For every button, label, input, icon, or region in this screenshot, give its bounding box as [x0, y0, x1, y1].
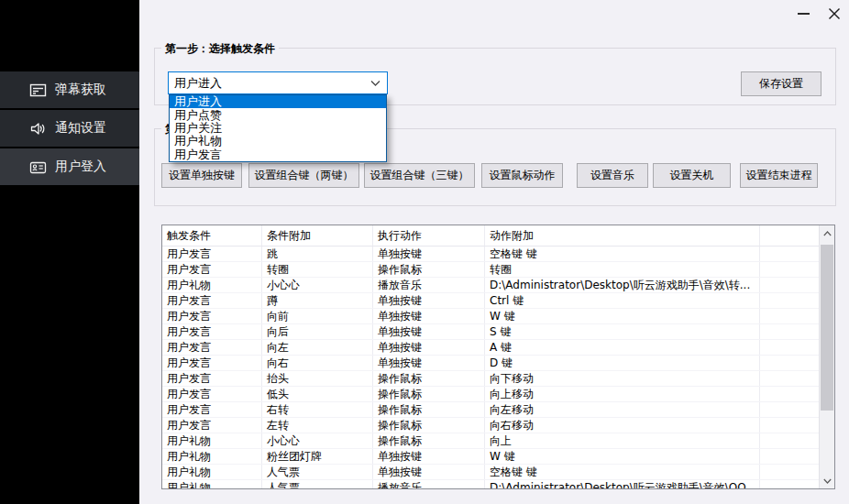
set-combo-3key-button[interactable]: 设置组合键（三键）	[364, 163, 475, 188]
table-cell: 粉丝团灯牌	[262, 449, 373, 464]
table-cell: D:\Administrator\Desktop\听云游戏助手\音效\QQ...	[485, 480, 760, 488]
table-row[interactable]: 用户发言左转操作鼠标向右移动	[162, 418, 819, 433]
table-cell: A 键	[485, 340, 760, 355]
sidebar-item-danmaku[interactable]: 弹幕获取	[0, 71, 139, 108]
table-cell: 操作鼠标	[373, 371, 485, 386]
table-cell-spacer	[760, 309, 819, 323]
table-cell: 操作鼠标	[373, 433, 485, 448]
minimize-icon	[798, 13, 810, 15]
scroll-up-button[interactable]	[820, 225, 834, 241]
table-row[interactable]: 用户发言低头操作鼠标向上移动	[162, 387, 819, 402]
dropdown-option[interactable]: 用户发言	[170, 148, 386, 161]
table-row[interactable]: 用户发言右转操作鼠标向左移动	[162, 402, 819, 418]
table-row[interactable]: 用户发言向右单独按键D 键	[162, 356, 819, 371]
table-cell: 单独按键	[373, 293, 485, 308]
table-cell: 操作鼠标	[373, 402, 485, 417]
table-cell: 向右移动	[485, 418, 760, 433]
table-cell: 单独按键	[373, 356, 485, 370]
column-header-condition-extra[interactable]: 条件附加	[262, 225, 373, 246]
table-cell: 单独按键	[373, 247, 485, 261]
table-cell: 低头	[262, 387, 373, 401]
dropdown-option[interactable]: 用户进入	[170, 95, 386, 108]
column-header-action-extra[interactable]: 动作附加	[485, 225, 760, 246]
dropdown-option[interactable]: 用户礼物	[170, 135, 386, 148]
table-cell: Ctrl 键	[485, 293, 760, 308]
table-cell: 小心心	[262, 433, 373, 448]
vertical-scrollbar[interactable]	[819, 225, 834, 488]
table-row[interactable]: 用户发言跳单独按键空格键 键	[162, 247, 819, 262]
table-row[interactable]: 用户礼物小心心操作鼠标向上	[162, 433, 819, 449]
save-settings-button[interactable]: 保存设置	[741, 71, 821, 96]
table-cell: 向右	[262, 356, 373, 370]
table-cell-spacer	[760, 278, 819, 292]
table-row[interactable]: 用户礼物人气票播放音乐D:\Administrator\Desktop\听云游戏…	[162, 480, 819, 488]
table-cell-spacer	[760, 465, 819, 479]
table-cell-spacer	[760, 262, 819, 277]
table-cell: 单独按键	[373, 465, 485, 479]
table-cell: 人气票	[262, 465, 373, 479]
table-inner: 触发条件 条件附加 执行动作 动作附加 用户发言跳单独按键空格键 键用户发言转圈…	[162, 225, 819, 488]
table-cell: 向左	[262, 340, 373, 355]
table-cell: 用户发言	[162, 356, 262, 370]
table-cell: 向左移动	[485, 402, 760, 417]
scroll-down-button[interactable]	[820, 473, 834, 488]
table-cell: 左转	[262, 418, 373, 433]
table-cell-spacer	[760, 247, 819, 261]
table-body: 用户发言跳单独按键空格键 键用户发言转圈操作鼠标转圈用户礼物小心心播放音乐D:\…	[162, 247, 819, 488]
table-cell: 用户礼物	[162, 465, 262, 479]
table-cell-spacer	[760, 340, 819, 355]
minimize-button[interactable]	[785, 0, 821, 27]
set-shutdown-button[interactable]: 设置关机	[653, 163, 731, 188]
scrollbar-thumb[interactable]	[821, 245, 833, 411]
table-row[interactable]: 用户发言向后单独按键S 键	[162, 324, 819, 340]
set-combo-2key-button[interactable]: 设置组合键（两键）	[248, 163, 359, 188]
trigger-condition-combobox[interactable]: 用户进入	[168, 71, 388, 94]
id-card-icon	[29, 159, 47, 176]
table-row[interactable]: 用户发言转圈操作鼠标转圈	[162, 262, 819, 278]
table-cell: D:\Administrator\Desktop\听云游戏助手\音效\转...	[485, 278, 760, 292]
table-row[interactable]: 用户发言抬头操作鼠标向下移动	[162, 371, 819, 387]
sidebar: 弹幕获取 通知设置 用户登入	[0, 0, 139, 504]
table-row[interactable]: 用户发言向前单独按键W 键	[162, 309, 819, 324]
table-cell: W 键	[485, 449, 760, 464]
set-single-key-button[interactable]: 设置单独按键	[161, 163, 242, 188]
table-cell-spacer	[760, 449, 819, 464]
column-header-trigger[interactable]: 触发条件	[162, 225, 262, 246]
table-cell: D 键	[485, 356, 760, 370]
column-header-action[interactable]: 执行动作	[373, 225, 485, 246]
sidebar-item-notify[interactable]: 通知设置	[0, 110, 139, 147]
table-cell: 空格键 键	[485, 465, 760, 479]
set-music-button[interactable]: 设置音乐	[577, 163, 648, 188]
dropdown-option[interactable]: 用户点赞	[170, 108, 386, 121]
table-cell: 操作鼠标	[373, 418, 485, 433]
table-row[interactable]: 用户礼物人气票单独按键空格键 键	[162, 465, 819, 480]
close-button[interactable]	[820, 0, 849, 27]
chevron-down-icon	[823, 478, 832, 484]
table-cell: 操作鼠标	[373, 387, 485, 401]
table-cell: 小心心	[262, 278, 373, 292]
table-cell: 用户发言	[162, 247, 262, 261]
dropdown-option[interactable]: 用户关注	[170, 122, 386, 135]
danmaku-list-icon	[29, 82, 47, 99]
table-row[interactable]: 用户发言蹲单独按键Ctrl 键	[162, 293, 819, 309]
sidebar-item-user-login[interactable]: 用户登入	[0, 148, 139, 185]
table-cell: W 键	[485, 309, 760, 323]
table-cell-spacer	[760, 402, 819, 417]
table-cell: 用户发言	[162, 309, 262, 323]
table-cell: 跳	[262, 247, 373, 261]
table-cell: 单独按键	[373, 324, 485, 339]
table-cell: 右转	[262, 402, 373, 417]
table-cell: 转圈	[485, 262, 760, 277]
table-row[interactable]: 用户礼物粉丝团灯牌单独按键W 键	[162, 449, 819, 465]
combobox-value: 用户进入	[174, 75, 222, 92]
table-cell-spacer	[760, 293, 819, 308]
set-end-process-button[interactable]: 设置结束进程	[740, 163, 818, 188]
set-mouse-action-button[interactable]: 设置鼠标动作	[481, 163, 563, 188]
table-row[interactable]: 用户礼物小心心播放音乐D:\Administrator\Desktop\听云游戏…	[162, 278, 819, 293]
table-cell-spacer	[760, 356, 819, 370]
table-row[interactable]: 用户发言向左单独按键A 键	[162, 340, 819, 356]
sidebar-item-label: 弹幕获取	[55, 82, 106, 98]
table-cell: 用户礼物	[162, 480, 262, 488]
close-icon	[828, 7, 841, 20]
table-cell: 向下移动	[485, 371, 760, 386]
